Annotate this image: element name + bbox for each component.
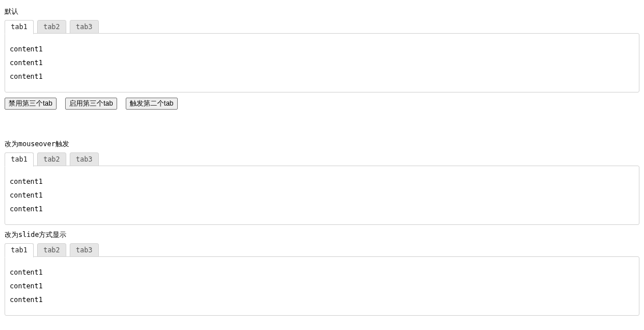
content-line: content1: [10, 191, 634, 199]
content-line: content1: [10, 296, 634, 304]
content-line: content1: [10, 59, 634, 67]
disable-tab3-button[interactable]: 禁用第三个tab: [5, 98, 57, 110]
tab-1[interactable]: tab1: [5, 243, 34, 257]
section-title-mouseover: 改为mouseover触发: [5, 139, 639, 149]
button-row: 禁用第三个tab 启用第三个tab 触发第二个tab: [5, 98, 639, 110]
content-line: content1: [10, 268, 634, 276]
tab-2[interactable]: tab2: [37, 243, 66, 257]
tabs-list-mouseover: tab1 tab2 tab3: [5, 152, 639, 166]
tab-2[interactable]: tab2: [37, 152, 66, 166]
enable-tab3-button[interactable]: 启用第三个tab: [65, 98, 117, 110]
tab-panel-default: content1 content1 content1: [5, 33, 639, 92]
content-line: content1: [10, 45, 634, 53]
tab-panel-slide: content1 content1 content1: [5, 256, 639, 316]
tab-2[interactable]: tab2: [37, 20, 66, 34]
content-line: content1: [10, 205, 634, 213]
content-line: content1: [10, 73, 634, 81]
tabs-list-slide: tab1 tab2 tab3: [5, 243, 639, 257]
tab-3[interactable]: tab3: [70, 152, 99, 166]
tabset-default: tab1 tab2 tab3 content1 content1 content…: [5, 20, 639, 93]
tabset-slide: tab1 tab2 tab3 content1 content1 content…: [5, 243, 639, 316]
content-line: content1: [10, 282, 634, 290]
tab-3[interactable]: tab3: [70, 243, 99, 257]
tab-3[interactable]: tab3: [70, 20, 99, 34]
section-title-slide: 改为slide方式显示: [5, 230, 639, 240]
content-line: content1: [10, 178, 634, 186]
trigger-tab2-button[interactable]: 触发第二个tab: [126, 98, 178, 110]
tab-1[interactable]: tab1: [5, 20, 34, 34]
tab-1[interactable]: tab1: [5, 152, 34, 167]
tabs-list-default: tab1 tab2 tab3: [5, 20, 639, 34]
section-title-default: 默认: [5, 7, 639, 17]
tabset-mouseover: tab1 tab2 tab3 content1 content1 content…: [5, 152, 639, 226]
tab-panel-mouseover: content1 content1 content1: [5, 166, 639, 225]
